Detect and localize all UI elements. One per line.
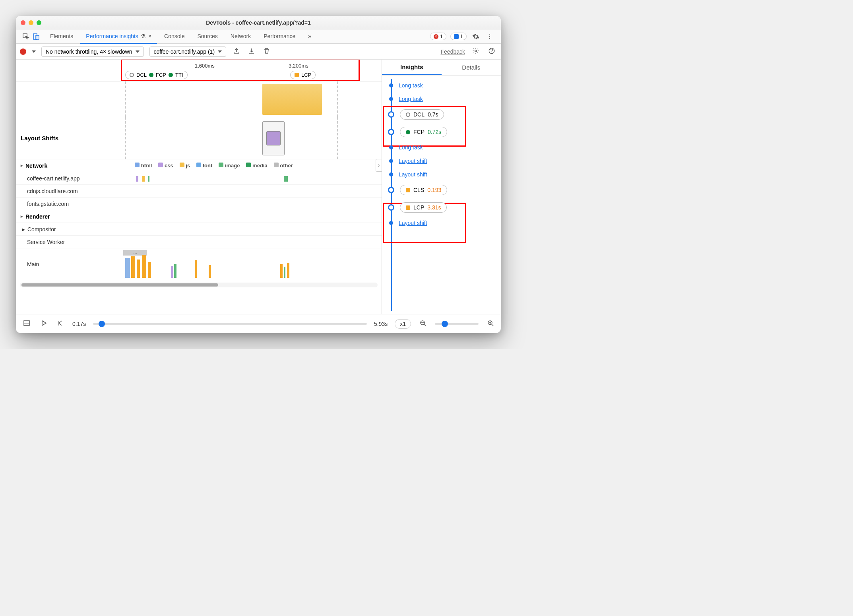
tab-sources[interactable]: Sources — [192, 29, 223, 44]
insights-tabs: Insights Details — [382, 60, 501, 76]
svg-point-3 — [475, 50, 477, 52]
minimize-window[interactable] — [29, 20, 33, 25]
gear-icon[interactable] — [471, 46, 481, 58]
insight-long-task[interactable]: Long task — [388, 79, 501, 92]
device-toggle-icon[interactable] — [33, 33, 40, 40]
host-row[interactable]: coffee-cart.netlify.app — [16, 172, 382, 185]
go-to-start-icon[interactable] — [56, 318, 65, 329]
flask-icon: ⚗ — [141, 33, 146, 39]
zoom-window[interactable] — [37, 20, 41, 25]
tabs-overflow[interactable]: » — [302, 29, 317, 44]
slider-knob[interactable] — [99, 321, 105, 327]
devtools-window: DevTools - coffee-cart.netlify.app/?ad=1… — [16, 16, 501, 333]
svg-rect-2 — [36, 35, 39, 39]
expand-drawer-icon[interactable]: › — [376, 159, 382, 172]
layout-shifts-label: Layout Shifts — [21, 135, 58, 141]
tick-1600: 1,600ms — [195, 63, 215, 69]
issue-badge[interactable]: 1 — [450, 33, 467, 40]
zoom-out-icon[interactable] — [418, 318, 428, 329]
tab-console[interactable]: Console — [159, 29, 190, 44]
main-content: 1,600ms 3,200ms DCL FCP TTI LCP L — [16, 60, 501, 314]
network-section[interactable]: Network html css js font image media oth… — [16, 159, 382, 172]
throttle-dropdown[interactable]: No network throttling, 4× slowdown — [41, 46, 144, 57]
record-button[interactable] — [20, 48, 26, 55]
insights-toolbar: No network throttling, 4× slowdown coffe… — [16, 44, 501, 60]
insight-fcp[interactable]: FCP 0.72s — [388, 123, 501, 141]
layout-shifts-row: Layout Shifts — [16, 117, 382, 159]
insights-sidebar: Insights Details Long task Long task DCL… — [382, 60, 501, 314]
svg-rect-1 — [33, 34, 37, 39]
insight-dcl[interactable]: DCL 0.7s — [388, 106, 501, 123]
insight-long-task[interactable]: Long task — [388, 92, 501, 106]
insight-long-task[interactable]: Long task — [388, 141, 501, 154]
horizontal-scrollbar[interactable] — [20, 283, 378, 287]
tab-performance[interactable]: Performance — [258, 29, 301, 44]
help-icon[interactable] — [487, 46, 497, 58]
timeline-ruler[interactable]: 1,600ms 3,200ms DCL FCP TTI LCP — [16, 60, 382, 81]
titlebar: DevTools - coffee-cart.netlify.app/?ad=1 — [16, 16, 501, 29]
compositor-row[interactable]: ▸ Compositor — [16, 223, 382, 236]
tab-details[interactable]: Details — [442, 60, 501, 75]
service-worker-row[interactable]: Service Worker — [16, 236, 382, 248]
tab-performance-insights[interactable]: Performance insights ⚗ × — [80, 29, 157, 44]
devtools-tabs: Elements Performance insights ⚗ × Consol… — [16, 29, 501, 44]
close-window[interactable] — [21, 20, 25, 25]
error-badge[interactable]: ✕1 — [430, 33, 446, 40]
insight-layout-shift[interactable]: Layout shift — [388, 154, 501, 168]
insight-layout-shift[interactable]: Layout shift — [388, 168, 501, 181]
svg-rect-5 — [24, 321, 29, 325]
throttle-label: No network throttling, 4× slowdown — [46, 48, 132, 55]
playbar-slider[interactable] — [93, 323, 367, 325]
pill-dcl-fcp-tti[interactable]: DCL FCP TTI — [125, 71, 188, 79]
record-dropdown[interactable] — [32, 50, 36, 53]
tab-perf-label: Performance insights — [86, 33, 138, 39]
page-dropdown[interactable]: coffee-cart.netlify.app (1) — [149, 46, 227, 57]
kebab-menu-icon[interactable]: ⋮ — [485, 31, 494, 42]
insight-layout-shift[interactable]: Layout shift — [388, 216, 501, 230]
main-row[interactable]: Main ... — [16, 248, 382, 280]
insights-list: Long task Long task DCL 0.7s FCP 0.72s L… — [382, 76, 501, 314]
playbar-start-time: 0.17s — [72, 321, 86, 327]
network-legend: html css js font image media other — [47, 163, 293, 169]
insight-cls[interactable]: CLS 0.193 — [388, 181, 501, 199]
playbar: 0.17s 5.93s x1 — [16, 314, 501, 333]
zoom-knob[interactable] — [442, 321, 448, 327]
playback-speed[interactable]: x1 — [395, 319, 411, 329]
inspect-icon[interactable] — [22, 33, 29, 40]
host-row[interactable]: cdnjs.cloudflare.com — [16, 185, 382, 198]
feedback-link[interactable]: Feedback — [441, 48, 465, 55]
renderer-label: Renderer — [25, 213, 50, 220]
filmstrip-frame — [262, 84, 322, 115]
filmstrip[interactable] — [16, 81, 382, 117]
insight-lcp[interactable]: LCP 3.31s — [388, 199, 501, 216]
host-row[interactable]: fonts.gstatic.com — [16, 198, 382, 210]
window-title: DevTools - coffee-cart.netlify.app/?ad=1 — [206, 19, 311, 26]
drawer-toggle-icon[interactable] — [21, 318, 32, 329]
pill-lcp[interactable]: LCP — [290, 71, 316, 79]
network-label: Network — [25, 163, 47, 169]
error-count: 1 — [440, 33, 443, 39]
renderer-section[interactable]: Renderer — [16, 210, 382, 223]
close-tab-icon[interactable]: × — [148, 33, 151, 39]
cup-icon — [266, 131, 281, 145]
tab-elements[interactable]: Elements — [45, 29, 79, 44]
tick-3200: 3,200ms — [289, 63, 308, 69]
zoom-in-icon[interactable] — [486, 318, 495, 329]
import-icon[interactable] — [247, 46, 256, 57]
scroll-thumb[interactable] — [21, 283, 218, 287]
layout-shift-thumb[interactable] — [262, 121, 285, 155]
delete-icon[interactable] — [262, 46, 271, 57]
playbar-end-time: 5.93s — [374, 321, 388, 327]
timeline-panel: 1,600ms 3,200ms DCL FCP TTI LCP L — [16, 60, 382, 314]
issue-count: 1 — [460, 33, 463, 39]
zoom-slider[interactable] — [435, 323, 479, 325]
play-icon[interactable] — [39, 318, 48, 329]
settings-icon[interactable] — [471, 31, 481, 42]
page-label: coffee-cart.netlify.app (1) — [154, 48, 215, 55]
export-icon[interactable] — [232, 46, 241, 57]
traffic-lights — [21, 20, 41, 25]
tab-insights[interactable]: Insights — [382, 60, 442, 75]
tab-network[interactable]: Network — [225, 29, 256, 44]
